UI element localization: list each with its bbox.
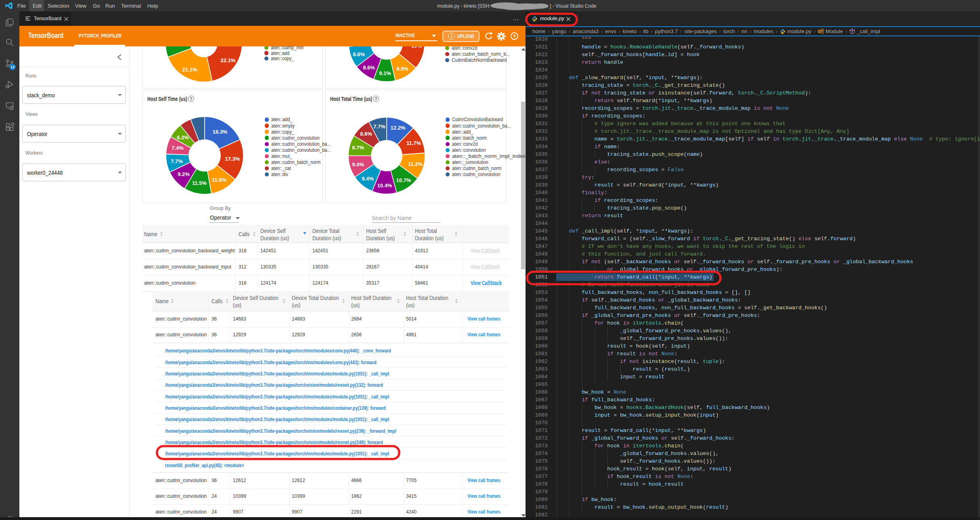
svg-text:7.4%: 7.4% [172,145,184,151]
svg-text:10.7%: 10.7% [396,177,411,183]
svg-text:21.1%: 21.1% [182,67,197,73]
svg-text:8.7%: 8.7% [352,145,364,151]
svg-text:7.7%: 7.7% [373,124,385,130]
svg-text:17.3%: 17.3% [225,156,240,162]
svg-text:11.6%: 11.6% [212,177,227,183]
svg-text:9.1%: 9.1% [379,70,391,76]
svg-text:7.7%: 7.7% [171,158,183,164]
svg-text:11.2%: 11.2% [408,161,423,167]
svg-text:18.3%: 18.3% [213,129,228,135]
svg-text:8.6%: 8.6% [353,51,365,57]
svg-text:9.9%: 9.9% [396,66,408,72]
svg-text:8.6%: 8.6% [363,65,375,71]
svg-text:6.2%: 6.2% [177,134,189,140]
svg-text:9.2%: 9.2% [178,171,190,177]
svg-text:9.4%: 9.4% [362,176,374,182]
svg-text:11.7%: 11.7% [406,140,421,146]
svg-text:12.2%: 12.2% [391,125,406,131]
svg-text:8.6%: 8.6% [360,131,372,137]
svg-text:22.1%: 22.1% [221,57,236,63]
svg-text:9.4%: 9.4% [352,161,364,168]
svg-text:11.5%: 11.5% [192,180,207,186]
svg-text:10.4%: 10.4% [377,182,392,189]
